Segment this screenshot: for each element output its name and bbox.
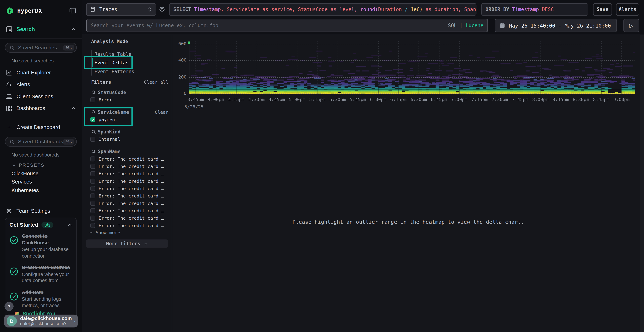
chevron-up-icon[interactable] (71, 27, 76, 32)
collapse-sidebar-icon[interactable] (70, 8, 76, 14)
sql-select-editor[interactable]: SELECT Timestamp, ServiceName as service… (169, 3, 476, 16)
saved-dashboards-placeholder: Saved Dashboards (18, 139, 63, 144)
presets-label: PRESETS (19, 162, 45, 168)
checkbox[interactable] (90, 171, 95, 176)
create-dashboard-button[interactable]: + Create Dashboard (0, 121, 82, 132)
preset-item-services[interactable]: Services (0, 178, 82, 186)
filter-option-error-the-credit-card[interactable]: Error: The credit card … (82, 192, 172, 200)
filter-option-error-the-credit-card[interactable]: Error: The credit card … (82, 170, 172, 178)
get-started-item-add-data[interactable]: Add DataStart sending logs, metrics, or … (10, 289, 72, 309)
sidebar-item-dashboards[interactable]: Dashboards (0, 102, 82, 114)
search-input[interactable]: Search your events w/ Lucene ex. column:… (86, 19, 488, 32)
filter-option-error-the-credit-card[interactable]: Error: The credit card … (82, 178, 172, 185)
saved-searches-input[interactable]: Saved Searches ⌘K (5, 43, 77, 52)
x-tick-label: 9:00pm (613, 97, 630, 102)
preset-item-clickhouse[interactable]: ClickHouse (0, 169, 82, 178)
language-toggle[interactable]: SQL | Lucene (448, 22, 483, 28)
get-started-item-connect-to-clickhouse[interactable]: Connect to ClickHouseSet up your databas… (10, 233, 72, 259)
filter-option-error-the-credit-card[interactable]: Error: The credit card … (82, 214, 172, 222)
filter-option-internal[interactable]: Internal (82, 136, 172, 143)
sidebar-item-search[interactable]: Search (0, 24, 82, 34)
x-tick-label: 7:00pm (451, 97, 468, 102)
preset-item-kubernetes[interactable]: Kubernetes (0, 186, 82, 194)
circle-check-icon (10, 267, 18, 276)
x-tick-label: 7:45pm (512, 97, 528, 102)
filter-option-error[interactable]: Error (82, 96, 172, 104)
time-range-value: May 26 15:40:00 - May 26 21:10:00 (509, 22, 611, 28)
filter-option-error-the-credit-card[interactable]: Error: The credit card … (82, 162, 172, 170)
filter-option-error-the-credit-card[interactable]: Error: The credit card … (82, 185, 172, 192)
checkbox[interactable] (90, 201, 95, 206)
sidebar-item-chart-explorer[interactable]: Chart Explorer (0, 66, 82, 78)
search-icon[interactable] (91, 149, 96, 154)
x-tick-label: 6:45pm (431, 97, 447, 102)
circle-check-icon (10, 236, 18, 245)
checkbox[interactable] (90, 156, 95, 162)
checkbox[interactable] (90, 223, 95, 228)
x-tick-label: 6:00pm (370, 97, 386, 102)
sidebar-item-team-settings[interactable]: Team Settings (0, 205, 82, 216)
save-button[interactable]: Save (593, 3, 612, 16)
search-icon[interactable] (91, 110, 96, 115)
analysis-mode-tab-results-table[interactable]: Results Table (92, 50, 165, 58)
get-started-item-title: Create Data Sources (22, 264, 72, 271)
chevron-up-icon[interactable] (71, 106, 76, 111)
scrollbar[interactable] (640, 35, 644, 332)
saved-dashboards-input[interactable]: Saved Dashboards ⌘K (5, 137, 77, 147)
x-tick-label: 8:30pm (573, 97, 589, 102)
checkbox[interactable] (90, 193, 95, 198)
filter-option-label: Error: The credit card … (98, 164, 164, 169)
analysis-mode-tab-event-patterns[interactable]: Event Patterns (92, 67, 165, 76)
search-icon[interactable] (91, 129, 96, 134)
filter-option-error-the-credit-card[interactable]: Error: The credit card … (82, 155, 172, 162)
filter-option-payment[interactable]: payment (82, 116, 172, 123)
time-range-picker[interactable]: May 26 15:40:00 - May 26 21:10:00 (495, 19, 617, 32)
get-started-item-create-data-sources[interactable]: Create Data SourcesConfigure where your … (10, 264, 72, 284)
get-started-item-desc: Set up your database connection (22, 246, 72, 259)
checkbox[interactable] (90, 216, 95, 220)
checkbox[interactable] (90, 179, 95, 184)
filter-option-error-the-credit-card[interactable]: Error: The credit card … (82, 222, 172, 229)
get-started-title: Get Started (10, 222, 38, 228)
checkbox[interactable] (90, 208, 95, 213)
sidebar-item-client-sessions[interactable]: Client Sessions (0, 90, 82, 102)
checkbox[interactable] (90, 164, 95, 169)
filter-option-error-the-credit-card[interactable]: Error: The credit card … (82, 207, 172, 214)
search-icon[interactable] (91, 90, 96, 95)
run-search-button[interactable]: ▷ (624, 19, 639, 32)
filter-option-error-the-credit-card[interactable]: Error: The credit card … (82, 200, 172, 207)
checkbox[interactable] (90, 137, 95, 142)
order-by-editor[interactable]: ORDER BY Timestamp DESC (482, 3, 588, 16)
more-filters-button[interactable]: More filters (86, 240, 168, 248)
source-settings-gear-icon[interactable] (158, 6, 166, 13)
clear-all-filters-link[interactable]: Clear all (144, 80, 168, 85)
x-tick-label: 8:00pm (532, 97, 548, 102)
saved-searches-placeholder: Saved Searches (18, 45, 57, 50)
analysis-mode-tab-event-deltas[interactable]: Event Deltas (92, 58, 165, 67)
presets-toggle[interactable]: PRESETS (12, 162, 82, 168)
checkbox-checked[interactable] (90, 117, 95, 122)
show-more-link[interactable]: Show more (89, 230, 120, 236)
clear-filter-link[interactable]: Clear (155, 110, 168, 115)
chevron-up-icon[interactable] (68, 222, 72, 227)
analysis-mode-tabs: Results TableEvent DeltasEvent Patterns (91, 50, 165, 76)
sidebar-item-alerts[interactable]: Alerts (0, 78, 82, 90)
filter-option-label: Error: The credit card … (98, 156, 164, 162)
user-menu[interactable]: D dale@clickhouse.com dale@clickhouse.co… (4, 315, 78, 327)
alerts-button[interactable]: Alerts (616, 3, 639, 16)
x-tick-label: 5:15pm (309, 97, 326, 102)
sql-toggle[interactable]: SQL (448, 22, 457, 28)
source-select[interactable]: Traces (86, 3, 156, 16)
checkbox[interactable] (90, 186, 95, 191)
lucene-toggle[interactable]: Lucene (466, 22, 484, 28)
filter-group-header: SpanName (82, 148, 172, 155)
checkbox[interactable] (90, 97, 95, 102)
search-icon (10, 139, 15, 144)
search-icon (10, 45, 15, 50)
get-started-header[interactable]: Get Started 3/3 (10, 222, 72, 228)
help-button[interactable]: ? (4, 302, 14, 311)
filters-header: Filters Clear all (82, 79, 172, 85)
duration-heatmap-chart[interactable] (189, 40, 635, 94)
presets-list: ClickHouseServicesKubernetes (0, 169, 82, 194)
chart-icon (6, 69, 12, 76)
